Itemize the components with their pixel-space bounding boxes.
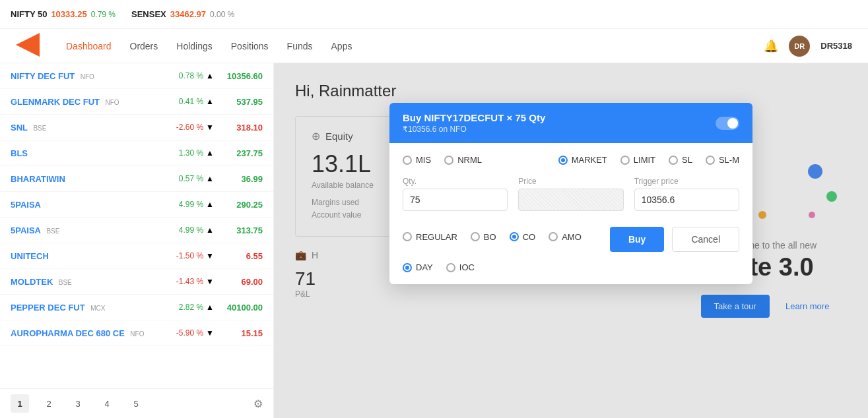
validity-day[interactable]: DAY [403,262,433,272]
price-input [518,189,623,211]
order-type-amo[interactable]: AMO [549,222,582,252]
nifty-change: 0.79 % [91,10,116,19]
wl-ticker: NIFTY DEC FUT [11,71,75,81]
nav-orders[interactable]: Orders [130,41,158,51]
wl-change: 1.30 % [150,148,203,158]
wl-name: MOLDTEK BSE [11,276,150,287]
watchlist-tab-4[interactable]: 4 [98,394,116,413]
wl-exchange: BSE [59,279,72,286]
wl-name: BHARATIWIN [11,173,150,185]
radio-slm-label: SL-M [719,155,739,165]
watchlist-item[interactable]: AUROPHARMA DEC 680 CE NFO -5.90 % ▼ 15.1… [0,320,273,346]
watchlist-tab-2[interactable]: 2 [40,394,58,413]
validity-row: DAY IOC [403,262,739,272]
wl-name: 5PAISA BSE [11,224,150,236]
watchlist-item[interactable]: BLS 1.30 % ▲ 237.75 [0,140,273,166]
radio-limit[interactable]: LIMIT [620,155,655,165]
order-toggle[interactable] [716,117,739,130]
nav-holdings[interactable]: Holdings [176,41,212,51]
order-modal-body: MIS NRML MARKET LIMIT [389,143,752,284]
wl-ticker: 5PAISA [11,200,41,210]
radio-nrml[interactable]: NRML [444,155,482,165]
watchlist-item[interactable]: UNITECH -1.50 % ▼ 6.55 [0,243,273,269]
nav-funds[interactable]: Funds [287,41,313,51]
wl-name: SNL BSE [11,121,150,133]
watchlist: NIFTY DEC FUT NFO 0.78 % ▲ 10356.60 GLEN… [0,63,273,388]
avatar[interactable]: DR [789,36,810,57]
watchlist-item[interactable]: BHARATIWIN 0.57 % ▲ 36.99 [0,166,273,192]
wl-ticker: MOLDTEK [11,277,53,287]
wl-ticker: 5PAISA [11,225,41,235]
sensex-label: SENSEX [131,9,166,19]
wl-change: -1.50 % [150,251,203,260]
wl-price: 40100.00 [217,303,263,313]
nav-apps[interactable]: Apps [331,41,352,51]
up-arrow-icon: ▲ [206,174,214,183]
amo-label: AMO [562,232,582,242]
qty-field: Qty. [403,177,508,211]
up-arrow-icon: ▲ [206,148,214,158]
co-label: CO [523,232,536,242]
wl-change: 0.41 % [150,97,203,106]
sidebar: NIFTY DEC FUT NFO 0.78 % ▲ 10356.60 GLEN… [0,63,274,418]
watchlist-item[interactable]: 5PAISA 4.99 % ▲ 290.25 [0,192,273,218]
watchlist-item[interactable]: 5PAISA BSE 4.99 % ▲ 313.75 [0,218,273,243]
order-type-co[interactable]: CO [510,222,536,252]
watchlist-tab-3[interactable]: 3 [69,394,87,413]
co-circle [510,232,519,241]
nav-dashboard[interactable]: Dashboard [66,41,112,51]
price-label: Price [518,177,623,186]
watchlist-item[interactable]: GLENMARK DEC FUT NFO 0.41 % ▲ 537.95 [0,89,273,115]
order-type-regular[interactable]: REGULAR [403,222,457,252]
watchlist-tab-1[interactable]: 1 [11,394,29,413]
radio-slm[interactable]: SL-M [706,155,739,165]
trigger-input[interactable] [634,189,739,211]
radio-mis-circle [403,156,412,165]
wl-exchange: NFO [81,73,94,80]
wl-exchange: NFO [130,330,144,338]
radio-sl-label: SL [682,155,692,165]
wl-name: AUROPHARMA DEC 680 CE NFO [11,327,150,339]
price-field: Price [518,177,623,211]
day-label: DAY [416,262,433,272]
watchlist-item[interactable]: NIFTY DEC FUT NFO 0.78 % ▲ 10356.60 [0,63,273,89]
watchlist-tab-5[interactable]: 5 [127,394,145,413]
day-circle [403,263,412,272]
radio-market[interactable]: MARKET [558,155,607,165]
nifty-ticker: NIFTY 50 10333.25 0.79 % [11,9,116,19]
wl-price: 69.00 [217,277,263,287]
qty-label: Qty. [403,177,508,186]
settings-icon[interactable]: ⚙ [253,398,263,410]
buy-button[interactable]: Buy [610,227,664,252]
order-type-bo[interactable]: BO [471,222,496,252]
amo-circle [549,232,558,241]
watchlist-item[interactable]: MOLDTEK BSE -1.43 % ▼ 69.00 [0,269,273,295]
radio-market-circle [558,156,568,165]
watchlist-item[interactable]: PEPPER DEC FUT MCX 2.82 % ▲ 40100.00 [0,295,273,320]
radio-mis[interactable]: MIS [403,155,431,165]
cancel-button[interactable]: Cancel [672,227,739,252]
nifty-label: NIFTY 50 [11,9,47,19]
navbar: Dashboard Orders Holdings Positions Fund… [0,29,868,63]
down-arrow-icon: ▼ [206,328,214,338]
up-arrow-icon: ▲ [206,225,214,235]
logo[interactable] [16,33,40,59]
watchlist-item[interactable]: SNL BSE -2.60 % ▼ 318.10 [0,115,273,140]
wl-name: GLENMARK DEC FUT NFO [11,96,150,107]
regular-label: REGULAR [416,232,457,242]
validity-ioc[interactable]: IOC [446,262,475,272]
wl-change: 0.78 % [150,71,203,80]
bell-icon[interactable]: 🔔 [764,39,778,53]
wl-price: 237.75 [217,148,263,158]
qty-input[interactable] [403,189,508,211]
nav-right: 🔔 DR DR5318 [764,36,852,57]
radio-market-label: MARKET [572,155,607,165]
nav-positions[interactable]: Positions [231,41,269,51]
radio-sl[interactable]: SL [669,155,692,165]
down-arrow-icon: ▼ [206,251,214,260]
sidebar-tabs: 1 2 3 4 5 ⚙ [0,388,273,418]
spacer2 [595,222,597,252]
wl-ticker: BLS [11,148,28,158]
order-modal-subtitle: ₹10356.6 on NFO [403,125,545,134]
wl-exchange: BSE [46,227,59,235]
